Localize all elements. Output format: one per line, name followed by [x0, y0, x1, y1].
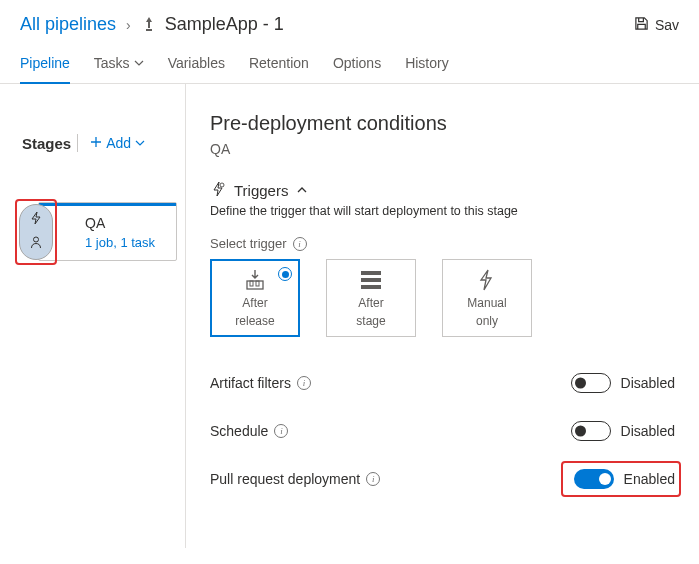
rocket-icon	[141, 17, 157, 33]
pr-deploy-state: Enabled	[624, 471, 675, 487]
person-icon	[29, 235, 43, 252]
artifact-filters-state: Disabled	[621, 375, 675, 391]
tab-pipeline[interactable]: Pipeline	[20, 45, 70, 83]
svg-rect-0	[146, 29, 152, 31]
stages-title: Stages	[22, 135, 71, 152]
add-stage-button[interactable]: Add	[90, 135, 145, 151]
schedule-state: Disabled	[621, 423, 675, 439]
schedule-row: Schedulei Disabled	[210, 421, 675, 441]
svg-rect-3	[247, 281, 263, 289]
svg-rect-6	[361, 271, 381, 275]
lightning-icon	[29, 211, 43, 228]
pipeline-title: SampleApp - 1	[141, 14, 284, 35]
pr-deploy-toggle[interactable]	[574, 469, 614, 489]
artifact-filters-label: Artifact filters	[210, 375, 291, 391]
save-label: Sav	[655, 17, 679, 33]
svg-rect-5	[256, 281, 259, 286]
info-icon[interactable]: i	[297, 376, 311, 390]
manual-icon	[476, 268, 498, 292]
artifact-filters-row: Artifact filtersi Disabled	[210, 373, 675, 393]
triggers-heading: Triggers	[234, 182, 288, 199]
tab-history[interactable]: History	[405, 45, 449, 83]
stage-card-qa[interactable]: QA 1 job, 1 task	[38, 202, 177, 261]
lightning-gear-icon	[210, 181, 226, 200]
chevron-down-icon	[135, 135, 145, 151]
stages-header: Stages Add	[8, 134, 177, 152]
schedule-label: Schedule	[210, 423, 268, 439]
svg-rect-8	[361, 285, 381, 289]
stage-name: QA	[85, 215, 166, 231]
tab-tasks[interactable]: Tasks	[94, 45, 144, 83]
tab-variables[interactable]: Variables	[168, 45, 225, 83]
chevron-down-icon	[134, 55, 144, 71]
add-label: Add	[106, 135, 131, 151]
pr-deploy-row: Pull request deploymenti Enabled	[210, 469, 675, 489]
svg-rect-4	[250, 281, 253, 286]
trigger-manual[interactable]: Manual only	[442, 259, 532, 337]
conditions-panel: Pre-deployment conditions QA Triggers De…	[185, 84, 699, 548]
tab-retention[interactable]: Retention	[249, 45, 309, 83]
select-trigger-label: Select trigger i	[210, 236, 675, 251]
artifact-filters-toggle[interactable]	[571, 373, 611, 393]
tab-bar: Pipeline Tasks Variables Retention Optio…	[0, 45, 699, 84]
svg-rect-7	[361, 278, 381, 282]
stages-pane: Stages Add QA 1 job, 1 task	[0, 84, 185, 548]
info-icon[interactable]: i	[366, 472, 380, 486]
breadcrumb: All pipelines › SampleApp - 1 Sav	[0, 0, 699, 45]
all-pipelines-link[interactable]: All pipelines	[20, 14, 116, 35]
divider	[77, 134, 78, 152]
trigger-options: After release After stage Manual only	[210, 259, 675, 337]
save-button[interactable]: Sav	[634, 16, 679, 34]
pipeline-name-text: SampleApp - 1	[165, 14, 284, 35]
pr-deploy-label: Pull request deployment	[210, 471, 360, 487]
save-icon	[634, 16, 649, 34]
pre-deploy-conditions-chip[interactable]	[19, 204, 53, 260]
svg-point-2	[220, 183, 224, 187]
trigger-after-stage[interactable]: After stage	[326, 259, 416, 337]
radio-selected-icon	[278, 267, 292, 281]
trigger-after-release[interactable]: After release	[210, 259, 300, 337]
stage-jobs-link[interactable]: 1 job, 1 task	[85, 235, 166, 250]
chevron-up-icon	[296, 182, 308, 199]
tab-options[interactable]: Options	[333, 45, 381, 83]
stage-icon	[359, 268, 383, 292]
info-icon[interactable]: i	[293, 237, 307, 251]
panel-stage-name: QA	[210, 141, 675, 157]
info-icon[interactable]: i	[274, 424, 288, 438]
triggers-section-header[interactable]: Triggers	[210, 181, 675, 200]
schedule-toggle[interactable]	[571, 421, 611, 441]
triggers-desc: Define the trigger that will start deplo…	[210, 204, 675, 218]
breadcrumb-separator: ›	[126, 17, 131, 33]
panel-title: Pre-deployment conditions	[210, 112, 675, 135]
svg-point-1	[34, 237, 39, 242]
plus-icon	[90, 135, 102, 151]
release-icon	[242, 268, 268, 292]
